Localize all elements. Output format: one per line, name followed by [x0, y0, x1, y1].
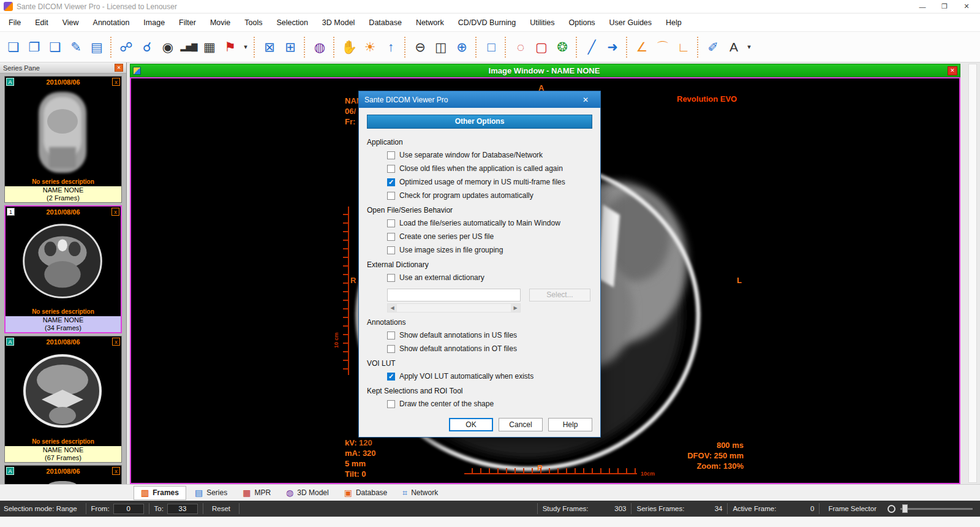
slider-thumb[interactable] — [902, 504, 908, 513]
more-tools-dropdown-icon[interactable]: ▾ — [745, 36, 753, 59]
option-label[interactable]: Show default annotations in OT files — [399, 344, 517, 353]
menu-cddvd-burning[interactable]: CD/DVD Burning — [458, 18, 516, 27]
option-row[interactable]: Use image sizes in file grouping — [387, 246, 592, 254]
corner-ruler-icon[interactable]: ∟ — [674, 36, 693, 59]
arrow-tool-icon[interactable]: ➜ — [603, 36, 622, 59]
menu-edit[interactable]: Edit — [35, 18, 48, 27]
menu-database[interactable]: Database — [369, 18, 402, 27]
sphere-3d-icon[interactable]: ◍ — [310, 36, 330, 59]
option-label[interactable]: Load the file/series automatically to Ma… — [399, 219, 560, 227]
rect-select-icon[interactable]: □ — [481, 36, 501, 59]
ct-thumbnail-image[interactable] — [5, 347, 121, 438]
edit-file-icon[interactable]: ✎ — [66, 36, 86, 59]
to-value-box[interactable]: 33 — [167, 504, 198, 514]
menu-network[interactable]: Network — [416, 18, 444, 27]
menu-filter[interactable]: Filter — [179, 18, 196, 27]
dialog-close-icon[interactable]: ✕ — [576, 91, 595, 108]
option-row[interactable]: Draw the center of the shape — [387, 400, 592, 408]
option-row[interactable]: Check for program updates automatically — [387, 191, 592, 200]
option-label[interactable]: Optimized usage of memory in US multi-fr… — [399, 178, 565, 186]
series-close-icon[interactable]: x — [112, 338, 120, 346]
pan-hand-icon[interactable]: ✋ — [339, 36, 359, 59]
option-row[interactable]: Use separate window for Database/Network — [387, 151, 592, 159]
from-value-box[interactable]: 0 — [113, 504, 144, 514]
unlink-icon[interactable]: ☌ — [137, 36, 157, 59]
checkbox[interactable] — [387, 345, 395, 353]
menu-selection[interactable]: Selection — [276, 18, 307, 27]
checkbox[interactable] — [387, 219, 395, 227]
option-label[interactable]: Close old files when the application is … — [399, 164, 563, 173]
checkbox[interactable] — [387, 151, 395, 159]
dictionary-path-input[interactable] — [387, 289, 521, 301]
menu-view[interactable]: View — [62, 18, 79, 27]
option-label[interactable]: Use image sizes in file grouping — [399, 246, 503, 254]
option-row[interactable]: Close old files when the application is … — [387, 164, 592, 173]
ok-button[interactable]: OK — [449, 418, 493, 431]
text-tool-icon[interactable]: A — [724, 36, 744, 59]
reset-button[interactable]: Reset — [208, 505, 234, 512]
menu-file[interactable]: File — [9, 18, 21, 27]
scroll-right-icon[interactable]: ▶ — [511, 304, 520, 312]
tab-3d-model[interactable]: ◍ 3D Model — [279, 486, 336, 500]
move-tool-icon[interactable]: ↑ — [381, 36, 401, 59]
option-label[interactable]: Apply VOI LUT automatically when exists — [399, 372, 533, 381]
option-row[interactable]: Optimized usage of memory in US multi-fr… — [387, 178, 592, 186]
option-label[interactable]: Draw the center of the shape — [399, 400, 494, 408]
preview-file-icon[interactable]: ❏ — [4, 36, 23, 59]
dialog-titlebar[interactable]: Sante DICOM Viewer Pro ✕ — [359, 91, 600, 108]
option-label[interactable]: Check for program updates automatically — [399, 191, 533, 200]
frame-selector-knob-icon[interactable] — [888, 505, 895, 513]
zoom-out-icon[interactable]: ⊖ — [410, 36, 430, 59]
ct-thumbnail-image[interactable] — [6, 217, 121, 308]
minimize-button[interactable]: — — [911, 0, 933, 13]
zoom-area-icon[interactable]: ⊕ — [452, 36, 472, 59]
checkbox[interactable] — [387, 165, 395, 173]
menu-user-guides[interactable]: User Guides — [609, 18, 652, 27]
checkbox[interactable] — [387, 274, 395, 282]
tab-frames[interactable]: ▥ Frames — [134, 486, 186, 500]
series-thumbnail[interactable]: A 2010/08/06 x — [4, 465, 122, 484]
option-row[interactable]: Load the file/series automatically to Ma… — [387, 219, 592, 227]
dictionary-path-scrollbar[interactable]: ◀ ▶ — [387, 303, 521, 313]
open-file-icon[interactable]: ❐ — [24, 36, 44, 59]
ct-thumbnail-image[interactable] — [5, 87, 121, 178]
option-label[interactable]: Use separate window for Database/Network — [399, 151, 543, 159]
menu-image[interactable]: Image — [143, 18, 165, 27]
pin-sort-dropdown-icon[interactable]: ▾ — [241, 36, 250, 59]
ellipse-roi-icon[interactable]: ◌ — [511, 36, 530, 59]
angle-tool-icon[interactable]: ∠ — [632, 36, 652, 59]
marker-tool-icon[interactable]: ✐ — [703, 36, 723, 59]
checkbox[interactable] — [387, 233, 395, 241]
option-row[interactable]: Show default annotations in US files — [387, 331, 592, 339]
menu-help[interactable]: Help — [666, 18, 682, 27]
frame-selector-slider[interactable] — [900, 504, 973, 514]
series-pane-close-icon[interactable]: ✕ — [115, 64, 123, 72]
histogram-icon[interactable]: ▂▅▇ — [179, 36, 198, 59]
checkbox[interactable] — [387, 246, 395, 254]
menu-movie[interactable]: Movie — [210, 18, 230, 27]
rect-roi-icon[interactable]: ▢ — [532, 36, 551, 59]
image-window-titlebar[interactable]: Image Window - NAME NONE ✕ — [130, 64, 960, 77]
option-row[interactable]: Show default annotations in OT files — [387, 344, 592, 353]
protractor-icon[interactable]: ⌒ — [653, 36, 673, 59]
pin-sort-icon[interactable]: ⚑ — [221, 36, 240, 59]
menu-options[interactable]: Options — [569, 18, 595, 27]
checkbox[interactable] — [387, 178, 395, 186]
maximize-button[interactable]: ❐ — [933, 0, 956, 13]
zoom-image-icon[interactable]: ◫ — [431, 36, 451, 59]
close-button[interactable]: ✕ — [956, 0, 978, 13]
option-label[interactable]: Use an external dictionary — [399, 273, 484, 282]
other-options-header[interactable]: Other Options — [367, 115, 592, 129]
link-icon[interactable]: ☍ — [116, 36, 136, 59]
ct-thumbnail-image[interactable] — [5, 476, 121, 484]
fit-width-icon[interactable]: ⊞ — [281, 36, 300, 59]
series-thumbnail[interactable]: 1 2010/08/06 x No series description NAM… — [4, 205, 122, 333]
menu-tools[interactable]: Tools — [244, 18, 262, 27]
tab-database[interactable]: ▣ Database — [337, 486, 394, 500]
line-tool-icon[interactable]: ╱ — [582, 36, 601, 59]
series-thumbnail[interactable]: A 2010/08/06 x No series description NAM… — [4, 76, 122, 203]
checkbox[interactable] — [387, 192, 395, 200]
help-button[interactable]: Help — [548, 418, 592, 431]
paste-icon[interactable]: ▤ — [87, 36, 107, 59]
scroll-left-icon[interactable]: ◀ — [388, 304, 397, 312]
